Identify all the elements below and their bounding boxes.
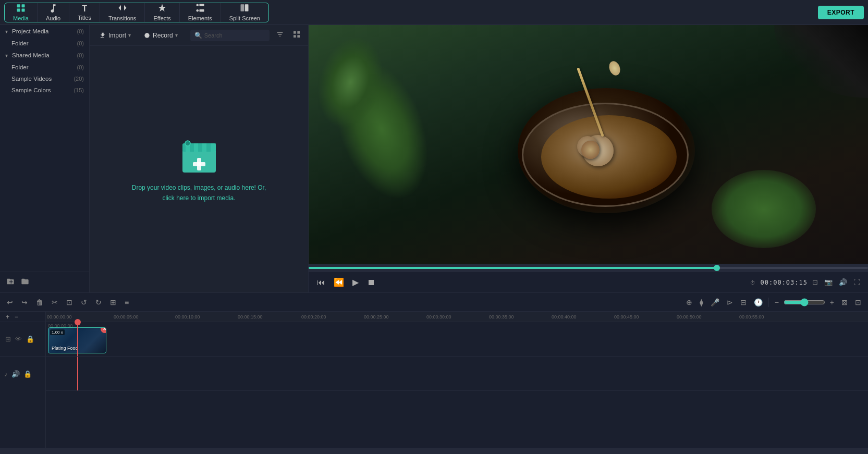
svg-rect-9: [245, 4, 249, 11]
import-arrow-icon: ▾: [128, 32, 131, 38]
progress-bar[interactable]: [309, 264, 868, 272]
sidebar-item-shared-media[interactable]: ▾ Shared Media (0): [0, 49, 89, 62]
nav-elements[interactable]: Elements: [180, 3, 221, 22]
add-track-button[interactable]: +: [4, 313, 11, 321]
svg-rect-8: [241, 4, 244, 11]
import-button[interactable]: Import ▾: [95, 30, 135, 41]
rotate-ccw-button[interactable]: ↺: [78, 297, 90, 308]
toolbar-nav: Media Audio T Titles Transitions Effects: [4, 3, 269, 22]
svg-point-6: [196, 9, 199, 12]
nav-audio[interactable]: Audio: [38, 3, 69, 22]
sidebar-sample-videos[interactable]: Sample Videos (20): [0, 73, 89, 84]
sidebar-item-project-media[interactable]: ▾ Project Media (0): [0, 25, 89, 38]
transform-button[interactable]: ⊞: [107, 297, 119, 308]
preview-controls: ⏮ ⏪ ▶ ⏹ ⏱ 00:00:03:15 ⊡ 📷 🔊 ⛶: [309, 264, 868, 292]
audio-track-controls: ♪ 🔊 🔒: [0, 357, 45, 391]
playhead[interactable]: [77, 322, 78, 356]
ruler-time-2: 00:00:10:00: [175, 314, 200, 320]
ruler-time-1: 00:00:05:00: [114, 314, 139, 320]
svg-rect-19: [202, 143, 206, 152]
search-input[interactable]: [204, 32, 265, 39]
stop-button[interactable]: ⏹: [364, 276, 378, 289]
svg-point-4: [196, 4, 199, 7]
record-label: Record: [153, 32, 173, 39]
track-time-start: 00:00:00:00: [48, 323, 73, 328]
media-panel: Import ▾ Record ▾ 🔍: [90, 25, 309, 292]
ruler-time-6: 00:00:30:00: [426, 314, 451, 320]
timeline-body: + − ⊞ 👁 🔒 ♪ 🔊 🔒 00:00:00:00 00:0: [0, 312, 868, 448]
screenshot-button[interactable]: 📷: [822, 277, 835, 288]
zoom-in-button[interactable]: +: [827, 297, 837, 308]
audio-lock2-button[interactable]: 🔒: [22, 369, 33, 379]
transitions-icon: [118, 3, 127, 14]
screen-fit-button[interactable]: ⊡: [810, 277, 821, 288]
nav-split-screen[interactable]: Split Screen: [221, 3, 268, 22]
audio-button[interactable]: ≡: [122, 297, 131, 308]
sidebar-section-project: ▾ Project Media (0) Folder (0): [0, 25, 89, 49]
playhead-marker: [75, 319, 81, 325]
crop-button[interactable]: ⊡: [64, 297, 75, 308]
svg-rect-23: [193, 162, 205, 166]
add-folder-button[interactable]: [5, 276, 16, 288]
ruler-time-10: 00:00:50:00: [677, 314, 702, 320]
export-button[interactable]: EXPORT: [818, 6, 864, 19]
filter-button[interactable]: [274, 29, 286, 41]
sidebar-project-folder-label: Folder: [11, 40, 29, 46]
zoom-out-button[interactable]: −: [772, 297, 781, 308]
nav-elements-label: Elements: [188, 15, 212, 21]
skip-back-button[interactable]: ⏮: [314, 276, 328, 289]
timeline-left-top: + −: [0, 312, 45, 322]
volume-button[interactable]: 🔊: [836, 277, 850, 288]
media-drop-area[interactable]: Drop your video clips, images, or audio …: [90, 46, 308, 292]
step-back-button[interactable]: ⏪: [331, 275, 347, 289]
remove-track-button[interactable]: −: [13, 313, 20, 321]
video-lock-button[interactable]: 🔒: [25, 334, 35, 344]
svg-rect-12: [297, 31, 300, 34]
import-icon: [99, 32, 106, 39]
record-arrow-icon: ▾: [175, 32, 178, 38]
svg-rect-2: [17, 9, 20, 12]
current-time: ⏱ 00:00:03:15: [750, 279, 808, 286]
nav-split-screen-label: Split Screen: [229, 15, 260, 21]
delete-button[interactable]: 🗑: [33, 297, 46, 308]
redo-button[interactable]: ↪: [19, 297, 30, 308]
undo-button[interactable]: ↩: [4, 297, 16, 308]
progress-knob[interactable]: [714, 265, 720, 271]
fullscreen-button[interactable]: ⛶: [851, 277, 863, 288]
timeline-scrollbar[interactable]: [0, 448, 868, 454]
audio-speaker-button[interactable]: 🔊: [10, 369, 21, 379]
sidebar-project-folder[interactable]: Folder (0): [0, 38, 89, 49]
cut-button[interactable]: ✂: [49, 297, 60, 308]
sidebar-sample-videos-label: Sample Videos: [11, 76, 52, 82]
video-grid-button[interactable]: ⊞: [4, 334, 12, 344]
audio-music-button[interactable]: ♪: [3, 369, 9, 379]
sidebar-sample-colors[interactable]: Sample Colors (15): [0, 84, 89, 96]
progress-filled: [309, 267, 717, 269]
ruler-time-7: 00:00:35:00: [489, 314, 514, 320]
timeline-grid-button[interactable]: ⊟: [738, 297, 749, 308]
record-button[interactable]: Record ▾: [139, 30, 182, 41]
timeline-section: ↩ ↪ 🗑 ✂ ⊡ ↺ ↻ ⊞ ≡ ⊕ ⧫ 🎤 ⊳ ⊟ 🕐 − + ⊠ ⊡ +: [0, 292, 868, 454]
play-button[interactable]: ▶: [349, 275, 362, 289]
left-sidebar: ▾ Project Media (0) Folder (0) ▾ Shared …: [0, 25, 90, 292]
rotate-cw-button[interactable]: ↻: [93, 297, 104, 308]
video-eye-button[interactable]: 👁: [14, 334, 23, 344]
timeline-settings-button[interactable]: ⊕: [683, 297, 695, 308]
nav-transitions[interactable]: Transitions: [100, 3, 145, 22]
nav-media[interactable]: Media: [5, 3, 38, 22]
svg-rect-13: [294, 35, 296, 38]
sidebar-shared-folder[interactable]: Folder (0): [0, 62, 89, 73]
nav-effects[interactable]: Effects: [145, 3, 179, 22]
zoom-fit-button[interactable]: ⊠: [839, 297, 850, 308]
zoom-slider[interactable]: [784, 298, 825, 306]
timeline-option1-button[interactable]: ⊡: [852, 297, 864, 308]
folder-button[interactable]: [20, 276, 30, 288]
timeline-mic-button[interactable]: 🎤: [708, 297, 722, 308]
timeline-export-button[interactable]: ⊳: [724, 297, 736, 308]
timeline-clock-button[interactable]: 🕐: [751, 297, 765, 308]
grid-view-button[interactable]: [290, 29, 303, 41]
filter-icon: [276, 30, 284, 39]
nav-titles[interactable]: T Titles: [69, 3, 100, 22]
timeline-marker-button[interactable]: ⧫: [697, 297, 706, 308]
sidebar-shared-media-count: (0): [77, 52, 84, 58]
